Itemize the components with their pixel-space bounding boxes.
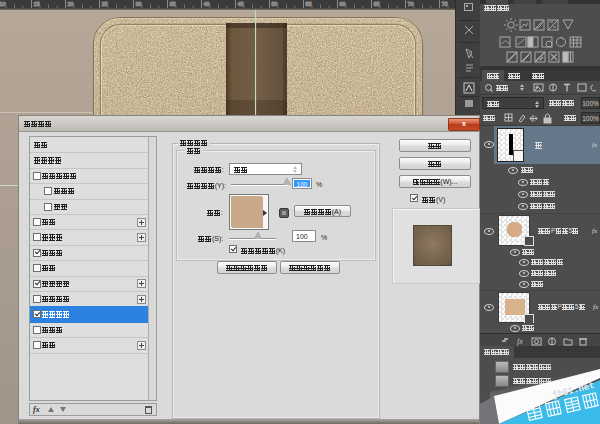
svg-text:65: 65 <box>374 1 380 7</box>
svg-text:45: 45 <box>238 1 244 7</box>
svg-text:75: 75 <box>442 1 448 7</box>
svg-text:20: 20 <box>68 1 74 7</box>
svg-text:70: 70 <box>408 1 414 7</box>
svg-text:55: 55 <box>306 1 312 7</box>
svg-text:25: 25 <box>102 1 108 7</box>
svg-text:60: 60 <box>340 1 346 7</box>
svg-text:15: 15 <box>34 1 40 7</box>
svg-text:40: 40 <box>204 1 210 7</box>
svg-text:50: 50 <box>272 1 278 7</box>
svg-text:35: 35 <box>170 1 176 7</box>
svg-text:30: 30 <box>136 1 142 7</box>
svg-text:10: 10 <box>0 1 6 7</box>
